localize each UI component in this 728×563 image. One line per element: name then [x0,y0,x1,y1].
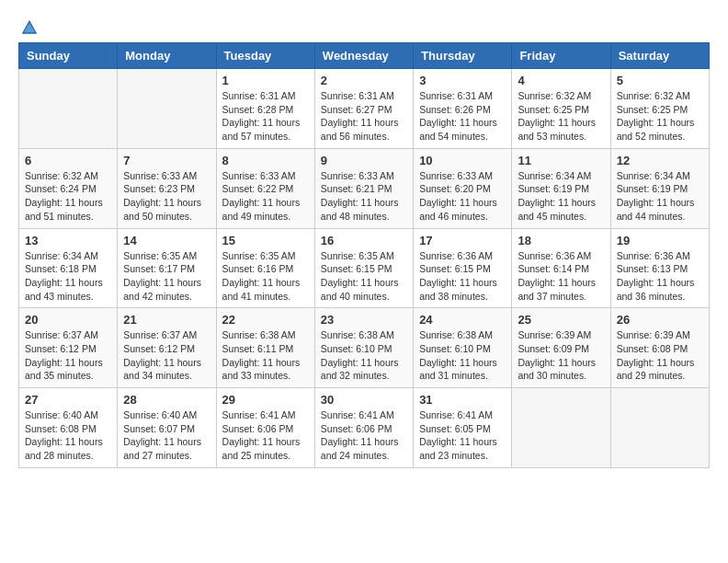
calendar-cell: 12Sunrise: 6:34 AMSunset: 6:19 PMDayligh… [610,148,709,228]
day-info: Sunrise: 6:36 AMSunset: 6:15 PMDaylight:… [419,249,506,304]
page-header [18,18,710,33]
weekday-header: Thursday [414,43,512,69]
day-number: 25 [518,313,604,327]
day-info: Sunrise: 6:37 AMSunset: 6:12 PMDaylight:… [25,328,111,383]
calendar-cell: 7Sunrise: 6:33 AMSunset: 6:23 PMDaylight… [118,148,216,228]
day-number: 4 [518,74,604,87]
calendar-header-row: SundayMondayTuesdayWednesdayThursdayFrid… [19,43,710,69]
day-number: 24 [419,313,506,327]
calendar-cell: 17Sunrise: 6:36 AMSunset: 6:15 PMDayligh… [414,228,512,308]
day-number: 5 [617,74,703,87]
day-number: 17 [419,234,506,247]
day-info: Sunrise: 6:36 AMSunset: 6:14 PMDaylight:… [518,249,604,304]
day-number: 9 [321,154,407,167]
calendar-cell: 4Sunrise: 6:32 AMSunset: 6:25 PMDaylight… [512,69,610,149]
day-info: Sunrise: 6:38 AMSunset: 6:10 PMDaylight:… [321,328,407,383]
day-number: 6 [25,154,111,167]
calendar-cell: 26Sunrise: 6:39 AMSunset: 6:08 PMDayligh… [610,308,709,388]
day-info: Sunrise: 6:37 AMSunset: 6:12 PMDaylight:… [123,328,210,383]
day-info: Sunrise: 6:38 AMSunset: 6:11 PMDaylight:… [222,328,309,383]
calendar-cell: 14Sunrise: 6:35 AMSunset: 6:17 PMDayligh… [118,228,216,308]
day-info: Sunrise: 6:33 AMSunset: 6:23 PMDaylight:… [123,169,210,224]
calendar-cell: 3Sunrise: 6:31 AMSunset: 6:26 PMDaylight… [414,69,512,149]
day-number: 26 [617,313,703,327]
calendar-cell: 18Sunrise: 6:36 AMSunset: 6:14 PMDayligh… [512,228,610,308]
calendar-cell [610,388,709,468]
day-info: Sunrise: 6:32 AMSunset: 6:24 PMDaylight:… [25,169,111,224]
day-number: 13 [25,234,111,247]
day-number: 22 [222,313,309,327]
calendar-cell: 2Sunrise: 6:31 AMSunset: 6:27 PMDaylight… [314,69,413,149]
weekday-header: Saturday [610,43,709,69]
day-info: Sunrise: 6:40 AMSunset: 6:07 PMDaylight:… [123,408,210,463]
logo-icon [20,18,39,37]
calendar-cell: 31Sunrise: 6:41 AMSunset: 6:05 PMDayligh… [414,388,512,468]
calendar-table: SundayMondayTuesdayWednesdayThursdayFrid… [18,42,710,468]
calendar-cell: 16Sunrise: 6:35 AMSunset: 6:15 PMDayligh… [314,228,413,308]
weekday-header: Monday [118,43,216,69]
day-number: 27 [25,393,111,407]
day-info: Sunrise: 6:31 AMSunset: 6:28 PMDaylight:… [222,89,309,144]
weekday-header: Sunday [19,43,118,69]
day-info: Sunrise: 6:39 AMSunset: 6:09 PMDaylight:… [518,328,604,383]
calendar-cell: 29Sunrise: 6:41 AMSunset: 6:06 PMDayligh… [216,388,314,468]
calendar-cell: 25Sunrise: 6:39 AMSunset: 6:09 PMDayligh… [512,308,610,388]
day-number: 30 [321,393,407,407]
calendar-week-row: 27Sunrise: 6:40 AMSunset: 6:08 PMDayligh… [19,388,710,468]
day-number: 28 [123,393,210,407]
calendar-cell: 28Sunrise: 6:40 AMSunset: 6:07 PMDayligh… [118,388,216,468]
calendar-cell [118,69,216,149]
day-number: 12 [617,154,703,167]
calendar-cell: 24Sunrise: 6:38 AMSunset: 6:10 PMDayligh… [414,308,512,388]
day-number: 16 [321,234,407,247]
weekday-header: Friday [512,43,610,69]
day-number: 10 [419,154,506,167]
day-number: 7 [123,154,210,167]
day-number: 20 [25,313,111,327]
calendar-cell: 8Sunrise: 6:33 AMSunset: 6:22 PMDaylight… [216,148,314,228]
day-info: Sunrise: 6:40 AMSunset: 6:08 PMDaylight:… [25,408,111,463]
day-number: 15 [222,234,309,247]
day-info: Sunrise: 6:35 AMSunset: 6:15 PMDaylight:… [321,249,407,304]
day-info: Sunrise: 6:35 AMSunset: 6:17 PMDaylight:… [123,249,210,304]
calendar-cell: 15Sunrise: 6:35 AMSunset: 6:16 PMDayligh… [216,228,314,308]
day-number: 11 [518,154,604,167]
calendar-cell: 23Sunrise: 6:38 AMSunset: 6:10 PMDayligh… [314,308,413,388]
weekday-header: Wednesday [314,43,413,69]
calendar-cell: 13Sunrise: 6:34 AMSunset: 6:18 PMDayligh… [19,228,118,308]
calendar-week-row: 1Sunrise: 6:31 AMSunset: 6:28 PMDaylight… [19,69,710,149]
weekday-header: Tuesday [216,43,314,69]
calendar-cell [512,388,610,468]
day-number: 1 [222,74,309,87]
day-info: Sunrise: 6:32 AMSunset: 6:25 PMDaylight:… [518,89,604,144]
calendar-cell: 10Sunrise: 6:33 AMSunset: 6:20 PMDayligh… [414,148,512,228]
day-info: Sunrise: 6:36 AMSunset: 6:13 PMDaylight:… [617,249,703,304]
day-number: 2 [321,74,407,87]
calendar-week-row: 6Sunrise: 6:32 AMSunset: 6:24 PMDaylight… [19,148,710,228]
day-number: 21 [123,313,210,327]
calendar-cell: 5Sunrise: 6:32 AMSunset: 6:25 PMDaylight… [610,69,709,149]
calendar-cell [19,69,118,149]
day-info: Sunrise: 6:34 AMSunset: 6:18 PMDaylight:… [25,249,111,304]
calendar-cell: 22Sunrise: 6:38 AMSunset: 6:11 PMDayligh… [216,308,314,388]
day-info: Sunrise: 6:34 AMSunset: 6:19 PMDaylight:… [617,169,703,224]
day-number: 14 [123,234,210,247]
logo [18,18,39,33]
day-number: 23 [321,313,407,327]
day-info: Sunrise: 6:35 AMSunset: 6:16 PMDaylight:… [222,249,309,304]
day-number: 29 [222,393,309,407]
calendar-cell: 19Sunrise: 6:36 AMSunset: 6:13 PMDayligh… [610,228,709,308]
calendar-week-row: 20Sunrise: 6:37 AMSunset: 6:12 PMDayligh… [19,308,710,388]
calendar-cell: 30Sunrise: 6:41 AMSunset: 6:06 PMDayligh… [314,388,413,468]
calendar-cell: 11Sunrise: 6:34 AMSunset: 6:19 PMDayligh… [512,148,610,228]
day-info: Sunrise: 6:38 AMSunset: 6:10 PMDaylight:… [419,328,506,383]
day-number: 31 [419,393,506,407]
calendar-cell: 21Sunrise: 6:37 AMSunset: 6:12 PMDayligh… [118,308,216,388]
calendar-cell: 27Sunrise: 6:40 AMSunset: 6:08 PMDayligh… [19,388,118,468]
calendar-cell: 6Sunrise: 6:32 AMSunset: 6:24 PMDaylight… [19,148,118,228]
day-info: Sunrise: 6:33 AMSunset: 6:21 PMDaylight:… [321,169,407,224]
day-info: Sunrise: 6:34 AMSunset: 6:19 PMDaylight:… [518,169,604,224]
day-info: Sunrise: 6:32 AMSunset: 6:25 PMDaylight:… [617,89,703,144]
day-info: Sunrise: 6:41 AMSunset: 6:06 PMDaylight:… [222,408,309,463]
calendar-cell: 20Sunrise: 6:37 AMSunset: 6:12 PMDayligh… [19,308,118,388]
